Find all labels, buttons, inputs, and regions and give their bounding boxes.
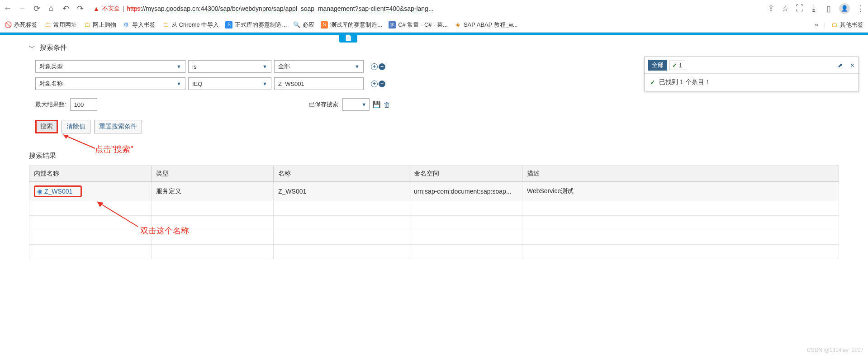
folder-icon: 🗀 — [830, 21, 838, 28]
browser-toolbar: ← → ⟳ ⌂ ↶ ↷ ▲ 不安全 | https://mysap.goodsa… — [0, 0, 868, 17]
badge-count[interactable]: ✓1 — [669, 61, 685, 70]
table-row[interactable]: ◉Z_WS001 服务定义 Z_WS001 urn:sap-com:docume… — [29, 182, 839, 201]
bookmark-sap-abap[interactable]: ◈SAP ABAP 教程_w... — [454, 21, 517, 29]
svg-line-0 — [63, 135, 95, 148]
col-namespace[interactable]: 命名空间 — [409, 166, 522, 182]
max-results-label: 最大结果数: — [35, 100, 66, 109]
gear-icon: ⚙ — [123, 21, 130, 28]
table-row-empty — [29, 216, 839, 230]
forward-icon[interactable]: → — [18, 5, 26, 13]
annotation-arrow-1 — [59, 133, 100, 151]
bookmark-formal[interactable]: S正式库的赛意制造... — [225, 21, 287, 29]
nav-icons: ← → ⟳ ⌂ ↶ ↷ — [4, 5, 84, 13]
site-icon: S — [225, 21, 232, 28]
redo-icon[interactable]: ↷ — [76, 5, 84, 13]
value-input-zws001[interactable]: Z_WS001 — [274, 77, 364, 90]
back-icon[interactable]: ← — [4, 5, 12, 13]
notification-popup: 全部 ✓1 ⬈ ✕ ✓ 已找到 1 个条目！ — [644, 57, 859, 91]
col-type[interactable]: 类型 — [152, 166, 274, 182]
col-name[interactable]: 名称 — [274, 166, 409, 182]
bookmarks-bar: 🚫杀死标签 🗀常用网址 🗀网上购物 ⚙导入书签 🗀从 Chrome 中导入 S正… — [0, 17, 868, 33]
profile-avatar[interactable]: 👤 — [839, 3, 850, 14]
chevron-down-icon: ▼ — [176, 81, 181, 86]
address-bar[interactable]: ▲ 不安全 | https://mysap.goodsap.cn:44300/s… — [90, 5, 761, 13]
notification-body: ✓ 已找到 1 个条目！ — [645, 74, 859, 91]
table-row-empty — [29, 245, 839, 259]
site-icon: S — [321, 21, 328, 28]
table-header-row: 内部名称 类型 名称 命名空间 描述 — [29, 166, 839, 182]
notification-header: 全部 ✓1 ⬈ ✕ — [645, 57, 859, 74]
field-select-object-name[interactable]: 对象名称▼ — [35, 77, 185, 90]
toolbar-right: ⇪ ☆ ⛶ ⭳ ▯ 👤 ⋮ — [767, 3, 864, 14]
star-icon[interactable]: ☆ — [781, 5, 789, 13]
bookmark-bing[interactable]: 🔍必应 — [293, 21, 314, 29]
value-select-all[interactable]: 全部▼ — [274, 60, 364, 73]
max-results-input[interactable]: 100 — [70, 98, 97, 111]
download-icon[interactable]: ⭳ — [810, 5, 818, 13]
search-button[interactable]: 搜索 — [35, 120, 58, 133]
chevron-down-icon: ▼ — [262, 64, 267, 69]
check-icon: ✓ — [650, 79, 655, 86]
insecure-warning-icon: ▲ — [93, 5, 100, 12]
sap-icon: ◈ — [454, 21, 461, 28]
crop-icon[interactable]: ⛶ — [796, 5, 804, 13]
home-icon[interactable]: ⌂ — [47, 5, 55, 13]
bookmark-test-lib[interactable]: S测试库的赛意制造... — [321, 21, 382, 29]
chevron-down-icon: ▼ — [262, 81, 267, 86]
svg-marker-1 — [63, 135, 69, 139]
undo-icon[interactable]: ↶ — [62, 5, 70, 13]
cell-internal-name[interactable]: ◉Z_WS001 — [29, 182, 152, 201]
table-row-empty — [29, 201, 839, 216]
trash-icon[interactable]: 🗑 — [384, 101, 390, 109]
menu-icon[interactable]: ⋮ — [856, 5, 864, 13]
col-desc[interactable]: 描述 — [522, 166, 839, 182]
cell-namespace: urn:sap-com:document:sap:soap... — [409, 182, 522, 201]
search-icon: 🔍 — [293, 21, 300, 28]
panel-icon[interactable]: ▯ — [825, 5, 833, 13]
table-row-empty — [29, 230, 839, 245]
cell-name: Z_WS001 — [274, 182, 409, 201]
bookmark-from-chrome[interactable]: 🗀从 Chrome 中导入 — [162, 21, 219, 29]
operator-select-is[interactable]: is▼ — [188, 60, 271, 73]
reset-button[interactable]: 重置搜索条件 — [94, 120, 142, 133]
remove-criteria-button[interactable]: − — [379, 81, 385, 87]
bookmark-shopping[interactable]: 🗀网上购物 — [83, 21, 116, 29]
bookmark-import[interactable]: ⚙导入书签 — [123, 21, 156, 29]
add-criteria-button[interactable]: + — [371, 63, 378, 70]
search-criteria-title: 搜索条件 — [40, 43, 67, 52]
chevron-down-icon: ▼ — [355, 64, 360, 69]
popout-icon[interactable]: ⬈ — [838, 62, 843, 69]
operator-select-ieq[interactable]: IEQ▼ — [188, 77, 271, 90]
share-icon[interactable]: ⇪ — [767, 5, 775, 13]
site-icon: 学 — [389, 21, 396, 28]
url-text: https://mysap.goodsap.cn:44300/sap/bc/we… — [127, 5, 433, 12]
eye-icon: ◉ — [37, 188, 43, 195]
saved-search-select[interactable]: ▼ — [342, 98, 370, 111]
bookmark-kill-tabs[interactable]: 🚫杀死标签 — [5, 21, 38, 29]
field-select-object-type[interactable]: 对象类型▼ — [35, 60, 185, 73]
insecure-label: 不安全 — [102, 5, 120, 13]
clear-button[interactable]: 清除值 — [62, 120, 90, 133]
cell-type: 服务定义 — [152, 182, 274, 201]
chevron-down-icon: ▼ — [176, 64, 181, 69]
cell-desc: WebService测试 — [522, 182, 839, 201]
results-title: 搜索结果 — [29, 152, 839, 160]
action-buttons: 搜索 清除值 重置搜索条件 — [35, 120, 839, 133]
close-icon[interactable]: ✕ — [850, 62, 855, 69]
bookmark-common[interactable]: 🗀常用网址 — [44, 21, 77, 29]
search-criteria-header[interactable]: ﹀ 搜索条件 — [29, 43, 839, 52]
remove-criteria-button[interactable]: − — [379, 63, 385, 70]
bookmark-more[interactable]: » — [815, 21, 818, 28]
folder-icon: 🗀 — [44, 21, 51, 28]
check-icon: ✓ — [672, 62, 677, 69]
col-internal-name[interactable]: 内部名称 — [29, 166, 152, 182]
add-criteria-button[interactable]: + — [371, 81, 378, 87]
notification-message: 已找到 1 个条目！ — [659, 78, 711, 86]
badge-all[interactable]: 全部 — [648, 60, 667, 71]
bookmark-other[interactable]: 🗀其他书签 — [830, 21, 863, 29]
save-icon[interactable]: 💾 — [372, 100, 381, 109]
chevron-down-icon: ▼ — [361, 102, 366, 107]
bookmark-csharp[interactable]: 学C# 常量 - C# - 菜... — [389, 21, 448, 29]
reload-icon[interactable]: ⟳ — [33, 5, 41, 13]
stop-icon: 🚫 — [5, 21, 12, 28]
